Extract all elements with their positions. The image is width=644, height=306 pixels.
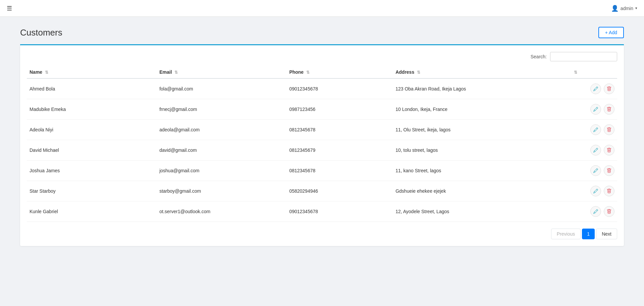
add-customer-button[interactable]: + Add [598,27,624,38]
table-row: Madubike Emeka frnecj@gmail.com 09871234… [27,99,617,120]
caret-down-icon: ▾ [635,6,637,10]
table-row: Joshua James joshua@gmail.com 0812345678… [27,161,617,181]
edit-button[interactable] [590,104,601,115]
hamburger-menu[interactable]: ☰ [7,5,12,12]
search-label: Search: [531,54,547,59]
main-content: Customers + Add Search: Name ⇅ Email ⇅ [0,17,644,256]
sort-phone-icon: ⇅ [306,70,310,75]
col-phone[interactable]: Phone ⇅ [286,66,393,78]
cell-address: 11, kano Street, lagos [393,161,570,181]
customers-table: Name ⇅ Email ⇅ Phone ⇅ Address ⇅ [27,66,617,222]
cell-email: ot.server1@outlook.com [157,201,286,222]
col-address[interactable]: Address ⇅ [393,66,570,78]
cell-name: Madubike Emeka [27,99,157,120]
admin-label: admin [621,6,633,11]
cell-actions [570,181,617,201]
cell-phone: 0987123456 [286,99,393,120]
cell-address: Gdshueie ehekee ejejek [393,181,570,201]
admin-dropdown[interactable]: 👤 admin ▾ [611,5,637,12]
col-name-label: Name [30,69,42,75]
sort-address-icon: ⇅ [417,70,420,75]
edit-button[interactable] [590,145,601,156]
sort-actions-icon: ⇅ [574,70,577,75]
cell-name: Adeola Niyi [27,120,157,140]
cell-email: fola@gmail.com [157,78,286,99]
cell-name: Joshua James [27,161,157,181]
edit-button[interactable] [590,186,601,196]
col-email[interactable]: Email ⇅ [157,66,286,78]
page-1-button[interactable]: 1 [582,229,595,239]
table-header: Name ⇅ Email ⇅ Phone ⇅ Address ⇅ [27,66,617,78]
admin-avatar-icon: 👤 [611,5,619,12]
edit-button[interactable] [590,206,601,217]
cell-email: frnecj@gmail.com [157,99,286,120]
col-actions: ⇅ [570,66,617,78]
table-row: Adeola Niyi adeola@gmail.com 0812345678 … [27,120,617,140]
col-phone-label: Phone [289,69,304,75]
table-row: Star Starboy starboy@gmail.com 058202949… [27,181,617,201]
sort-name-icon: ⇅ [45,70,48,75]
cell-name: David Michael [27,140,157,161]
cell-phone: 0812345679 [286,140,393,161]
cell-name: Kunle Gabriel [27,201,157,222]
delete-button[interactable] [604,104,614,115]
col-address-label: Address [395,69,414,75]
delete-button[interactable] [604,124,614,135]
cell-phone: 0812345678 [286,161,393,181]
delete-button[interactable] [604,145,614,156]
pagination: Previous 1 Next [27,229,617,239]
cell-phone: 05820294946 [286,181,393,201]
previous-button[interactable]: Previous [551,229,581,239]
cell-actions [570,78,617,99]
table-row: Kunle Gabriel ot.server1@outlook.com 090… [27,201,617,222]
cell-actions [570,120,617,140]
edit-button[interactable] [590,124,601,135]
edit-button[interactable] [590,83,601,94]
cell-address: 11, Olu Street, ikeja, lagos [393,120,570,140]
cell-address: 10, tolu street, lagos [393,140,570,161]
search-row: Search: [27,52,617,61]
cell-email: joshua@gmail.com [157,161,286,181]
next-button[interactable]: Next [596,229,617,239]
col-name[interactable]: Name ⇅ [27,66,157,78]
cell-address: 10 London, Ikeja, France [393,99,570,120]
col-email-label: Email [159,69,172,75]
cell-actions [570,99,617,120]
table-body: Ahmed Bola fola@gmail.com 09012345678 12… [27,78,617,222]
cell-email: starboy@gmail.com [157,181,286,201]
cell-address: 12, Ayodele Street, Lagos [393,201,570,222]
cell-address: 123 Oba Akran Road, Ikeja Lagos [393,78,570,99]
table-row: David Michael david@gmail.com 0812345679… [27,140,617,161]
delete-button[interactable] [604,165,614,176]
navbar: ☰ 👤 admin ▾ [0,0,644,17]
cell-actions [570,201,617,222]
page-title: Customers [20,27,62,38]
cell-name: Star Starboy [27,181,157,201]
delete-button[interactable] [604,83,614,94]
page-header: Customers + Add [20,27,624,38]
cell-actions [570,161,617,181]
delete-button[interactable] [604,206,614,217]
customers-card: Search: Name ⇅ Email ⇅ Phone ⇅ [20,45,624,246]
cell-email: adeola@gmail.com [157,120,286,140]
sort-email-icon: ⇅ [174,70,178,75]
cell-phone: 09012345678 [286,201,393,222]
cell-phone: 09012345678 [286,78,393,99]
cell-actions [570,140,617,161]
cell-email: david@gmail.com [157,140,286,161]
delete-button[interactable] [604,186,614,196]
search-input[interactable] [550,52,617,61]
cell-phone: 0812345678 [286,120,393,140]
table-row: Ahmed Bola fola@gmail.com 09012345678 12… [27,78,617,99]
cell-name: Ahmed Bola [27,78,157,99]
edit-button[interactable] [590,165,601,176]
